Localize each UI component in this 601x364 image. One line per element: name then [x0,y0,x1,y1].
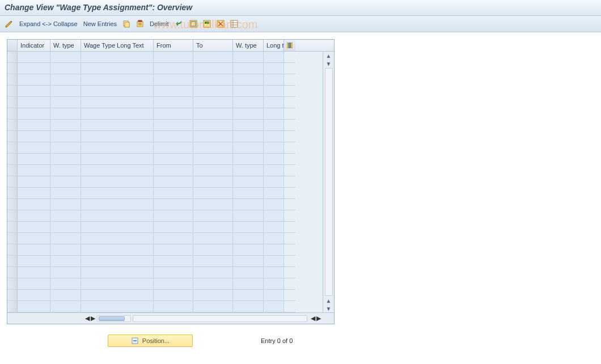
cell[interactable] [50,52,81,63]
cell[interactable] [154,222,193,233]
horizontal-scrollbar[interactable]: ◀ ▶ ◀ ▶ [7,312,334,324]
row-selector[interactable] [7,210,18,222]
table-row[interactable] [7,267,323,278]
cell[interactable] [50,120,81,131]
cell[interactable] [18,290,50,301]
cell[interactable] [81,165,154,176]
row-selector[interactable] [7,108,18,120]
table-row[interactable] [7,290,323,301]
cell[interactable] [193,267,233,278]
cell[interactable] [18,267,50,278]
table-row[interactable] [7,154,323,165]
cell[interactable] [264,290,284,301]
cell[interactable] [50,199,81,210]
cell[interactable] [50,210,81,222]
cell[interactable] [233,120,264,131]
table-row[interactable] [7,142,323,154]
cell[interactable] [154,120,193,131]
cell[interactable] [264,63,284,74]
cell[interactable] [154,142,193,154]
cell[interactable] [18,142,50,154]
cell[interactable] [154,256,193,267]
cell[interactable] [193,120,233,131]
cell[interactable] [18,120,50,131]
cell[interactable] [193,52,233,63]
cell[interactable] [50,290,81,301]
cell[interactable] [81,244,154,256]
table-row[interactable] [7,278,323,290]
cell[interactable] [233,165,264,176]
cell[interactable] [193,131,233,142]
scroll-down-step-icon[interactable]: ▼ [325,60,333,67]
table-row[interactable] [7,210,323,222]
cell[interactable] [233,199,264,210]
cell[interactable] [154,97,193,108]
table-row[interactable] [7,233,323,244]
cell[interactable] [193,256,233,267]
cell[interactable] [154,199,193,210]
horizontal-scroll-track-2[interactable] [133,315,307,322]
select-all-icon[interactable] [189,18,197,29]
horizontal-scroll-thumb[interactable] [99,316,125,321]
row-selector[interactable] [7,120,18,131]
cell[interactable] [154,244,193,256]
cell[interactable] [233,97,264,108]
cell[interactable] [18,256,50,267]
cell[interactable] [264,244,284,256]
row-selector[interactable] [7,63,18,74]
row-selector[interactable] [7,233,18,244]
cell[interactable] [81,176,154,188]
cell[interactable] [154,233,193,244]
column-header[interactable]: Wage Type Long Text [81,40,154,51]
cell[interactable] [264,267,284,278]
row-selector[interactable] [7,188,18,199]
cell[interactable] [154,131,193,142]
table-row[interactable] [7,222,323,233]
cell[interactable] [264,301,284,312]
cell[interactable] [233,244,264,256]
cell[interactable] [18,233,50,244]
cell[interactable] [50,301,81,312]
cell[interactable] [233,131,264,142]
cell[interactable] [233,290,264,301]
cell[interactable] [50,222,81,233]
table-row[interactable] [7,108,323,120]
cell[interactable] [18,86,50,97]
cell[interactable] [264,165,284,176]
cell[interactable] [18,108,50,120]
cell[interactable] [154,165,193,176]
new-entries-button[interactable]: New Entries [83,18,117,29]
row-selector[interactable] [7,74,18,86]
cell[interactable] [193,210,233,222]
configure-columns-icon[interactable] [284,40,295,51]
cell[interactable] [18,74,50,86]
cell[interactable] [233,108,264,120]
cell[interactable] [50,165,81,176]
row-selector[interactable] [7,256,18,267]
delimit-button[interactable]: Delimit [150,18,169,29]
table-row[interactable] [7,256,323,267]
scroll-last-icon[interactable]: ▶ [316,315,321,322]
cell[interactable] [81,120,154,131]
cell[interactable] [233,176,264,188]
cell[interactable] [233,63,264,74]
row-selector[interactable] [7,165,18,176]
cell[interactable] [193,233,233,244]
cell[interactable] [18,131,50,142]
cell[interactable] [18,188,50,199]
cell[interactable] [264,86,284,97]
cell[interactable] [81,74,154,86]
cell[interactable] [50,256,81,267]
row-selector[interactable] [7,278,18,290]
cell[interactable] [154,63,193,74]
cell[interactable] [193,199,233,210]
cell[interactable] [264,154,284,165]
cell[interactable] [50,154,81,165]
cell[interactable] [81,52,154,63]
cell[interactable] [81,290,154,301]
cell[interactable] [81,256,154,267]
toggle-display-change-icon[interactable] [5,18,14,29]
scroll-down-icon[interactable]: ▼ [325,304,333,312]
cell[interactable] [81,267,154,278]
cell[interactable] [81,86,154,97]
